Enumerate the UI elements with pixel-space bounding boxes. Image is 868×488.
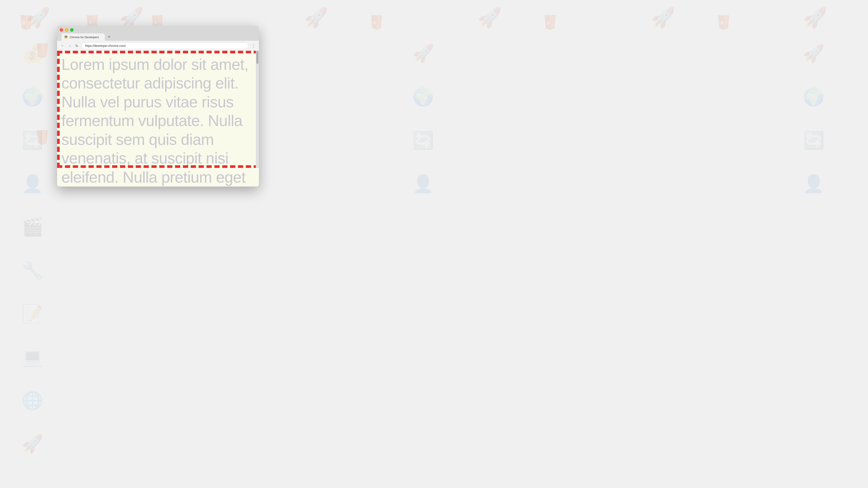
deco-icon: 🚀 xyxy=(304,6,328,29)
svg-point-26 xyxy=(65,37,66,37)
scrollbar-thumb[interactable] xyxy=(256,51,258,64)
html-badge-icon: 5 xyxy=(542,15,558,30)
svg-text:5: 5 xyxy=(23,20,25,25)
below-content-text: eleifend. Nulla pretium eget xyxy=(57,168,259,187)
deco-icon: 🔧 xyxy=(22,260,43,281)
tab-bar: Chrome for Developers + xyxy=(60,33,256,41)
address-bar-area: ← → ↻ https://developer.chrome.com/ ⋮ xyxy=(57,41,259,51)
title-bar: Chrome for Developers + xyxy=(57,26,259,41)
svg-text:5: 5 xyxy=(720,20,723,25)
deco-icon: 🚀 xyxy=(651,6,675,29)
refresh-button[interactable]: ↻ xyxy=(73,43,80,49)
browser-content: Lorem ipsum dolor sit amet, consectetur … xyxy=(57,51,259,168)
scrollbar[interactable] xyxy=(256,51,259,168)
deco-icon: 👤 xyxy=(22,173,43,194)
deco-icon: 👤 xyxy=(412,173,434,194)
html-badge-icon xyxy=(35,43,50,59)
deco-icon: 🌍 xyxy=(803,87,825,107)
address-bar[interactable]: https://developer.chrome.com/ xyxy=(82,42,248,49)
deco-icon: 🚀 xyxy=(803,6,827,29)
svg-text:5: 5 xyxy=(89,20,92,25)
browser-menu-button[interactable]: ⋮ xyxy=(250,43,256,49)
page-content-text: Lorem ipsum dolor sit amet, consectetur … xyxy=(57,51,259,168)
tab-title: Chrome for Developers xyxy=(70,36,101,39)
traffic-lights xyxy=(60,28,256,32)
svg-text:5: 5 xyxy=(154,20,157,25)
browser-window: Chrome for Developers + ← → ↻ https://de… xyxy=(57,26,259,187)
svg-text:5: 5 xyxy=(373,20,376,25)
maximize-button[interactable] xyxy=(70,28,73,32)
deco-icon: 🌍 xyxy=(412,87,434,107)
deco-icon: 🔄 xyxy=(803,130,825,151)
deco-icon: 🚀 xyxy=(803,43,825,64)
deco-icon: 🌍 xyxy=(22,87,43,107)
browser-tab[interactable]: Chrome for Developers xyxy=(61,33,105,41)
minimize-button[interactable] xyxy=(65,28,68,32)
html-badge-icon: 5 xyxy=(716,15,731,30)
nav-buttons: ← → ↻ xyxy=(60,43,80,49)
deco-icon: 🎬 xyxy=(22,217,43,237)
chrome-favicon xyxy=(64,35,68,39)
deco-icon: 🔄 xyxy=(412,130,434,151)
deco-icon: 🚀 xyxy=(477,6,502,29)
back-button[interactable]: ← xyxy=(60,43,66,49)
new-tab-button[interactable]: + xyxy=(106,33,113,40)
html-badge-icon: 5 xyxy=(19,15,34,30)
forward-button[interactable]: → xyxy=(67,43,73,49)
html-badge-icon: 5 xyxy=(369,15,384,30)
deco-icon: 💻 xyxy=(22,347,43,367)
deco-icon: 👤 xyxy=(803,173,825,194)
svg-text:5: 5 xyxy=(547,20,550,25)
html-badge-icon xyxy=(35,130,50,145)
deco-icon: 🌐 xyxy=(22,390,43,411)
close-button[interactable] xyxy=(60,28,63,32)
deco-icon: 📝 xyxy=(22,304,43,324)
deco-icon: 🚀 xyxy=(22,434,43,454)
deco-icon: 🚀 xyxy=(412,43,434,64)
